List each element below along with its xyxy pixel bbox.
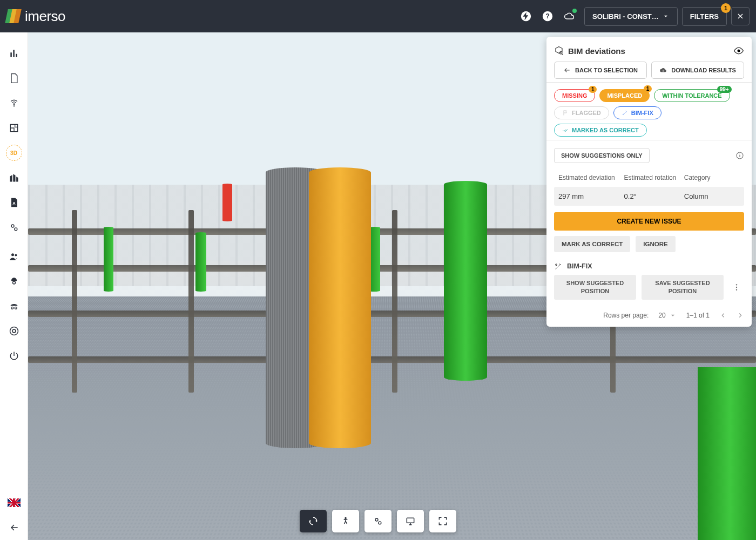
- close-icon: [737, 12, 744, 20]
- svg-point-12: [15, 307, 17, 309]
- table-row[interactable]: 297 mm 0.2° Column: [554, 187, 744, 206]
- app-header: imerso ? SOLIBRI - CONST… FILTERS 1: [0, 0, 756, 32]
- ignore-button[interactable]: IGNORE: [636, 236, 675, 252]
- nav-support[interactable]: [0, 319, 28, 343]
- nav-settings[interactable]: [0, 215, 28, 240]
- present-tool[interactable]: [397, 510, 424, 532]
- svg-point-6: [11, 225, 14, 227]
- arrow-left-icon: [563, 66, 571, 74]
- svg-text:?: ?: [545, 12, 550, 20]
- walk-tool[interactable]: [332, 510, 359, 532]
- page-range: 1–1 of 1: [686, 312, 710, 319]
- svg-point-11: [11, 307, 13, 309]
- col-deviation: Estimated deviation: [558, 174, 620, 181]
- nav-worker[interactable]: [0, 269, 28, 294]
- nav-floorplan[interactable]: [0, 116, 28, 140]
- svg-point-20: [736, 289, 737, 290]
- viewport-toolbar: [300, 510, 456, 532]
- selected-column[interactable]: [309, 167, 371, 448]
- svg-point-14: [12, 329, 16, 333]
- svg-text:A: A: [12, 201, 16, 206]
- info-icon[interactable]: [735, 151, 744, 160]
- show-suggestions-toggle[interactable]: SHOW SUGGESTIONS ONLY: [554, 148, 650, 163]
- filter-marked-correct[interactable]: MARKED AS CORRECT: [554, 124, 647, 137]
- svg-point-16: [738, 50, 740, 52]
- chevron-down-icon: [662, 12, 670, 20]
- results-table: Estimated deviation Estimated rotation C…: [554, 168, 744, 206]
- svg-point-3: [13, 103, 15, 105]
- svg-rect-24: [407, 518, 414, 523]
- svg-point-8: [11, 253, 14, 256]
- filters-button[interactable]: FILTERS 1: [682, 7, 727, 26]
- status-dot: [572, 9, 577, 13]
- nav-analytics[interactable]: [0, 41, 28, 66]
- chevron-left-icon[interactable]: [719, 312, 727, 319]
- save-suggested-button[interactable]: SAVE SUGGESTED POSITION: [642, 275, 724, 300]
- nav-network[interactable]: [0, 91, 28, 116]
- caret-down-icon: [669, 312, 677, 319]
- create-issue-button[interactable]: CREATE NEW ISSUE: [554, 212, 744, 231]
- filter-flagged[interactable]: FLAGGED: [554, 106, 609, 119]
- nav-incognito[interactable]: [0, 294, 28, 319]
- svg-point-19: [736, 287, 737, 288]
- chevron-right-icon[interactable]: [737, 312, 744, 319]
- bolt-icon[interactable]: [515, 5, 537, 27]
- close-button[interactable]: [731, 7, 750, 25]
- nav-users[interactable]: [0, 244, 28, 269]
- left-sidebar: 3D A: [0, 32, 28, 540]
- bim-deviations-panel: BIM deviations BACK TO SELECTION DOWNLOA…: [546, 37, 752, 327]
- flag-uk-icon: [8, 498, 21, 507]
- language-selector[interactable]: [0, 490, 28, 515]
- filter-bimfix[interactable]: BIM-FIX: [613, 106, 662, 119]
- nav-power[interactable]: [0, 343, 28, 368]
- svg-point-7: [14, 228, 17, 231]
- logo-mark-icon: [6, 9, 21, 23]
- download-results-button[interactable]: DOWNLOAD RESULTS: [651, 62, 744, 79]
- orbit-tool[interactable]: [300, 510, 327, 532]
- cloud-download-icon: [659, 66, 667, 74]
- col-rotation: Estimated rotation: [624, 174, 680, 181]
- rows-per-page-select[interactable]: 20: [658, 312, 676, 319]
- panel-title: BIM deviations: [568, 46, 729, 56]
- show-suggested-button[interactable]: SHOW SUGGESTED POSITION: [554, 275, 636, 300]
- app-name: imerso: [25, 8, 65, 25]
- project-selector[interactable]: SOLIBRI - CONST…: [584, 7, 678, 26]
- nav-buildings[interactable]: [0, 165, 28, 190]
- filter-within-tolerance[interactable]: WITHIN TOLERANCE 99+: [654, 89, 730, 102]
- svg-point-10: [12, 281, 15, 284]
- nav-3d-view[interactable]: 3D: [0, 140, 28, 165]
- filter-missing[interactable]: MISSING 1: [554, 89, 595, 102]
- more-actions[interactable]: [729, 283, 744, 292]
- app-logo: imerso: [6, 8, 65, 25]
- wand-icon: [554, 262, 563, 271]
- nav-document[interactable]: [0, 66, 28, 91]
- cloud-status-icon[interactable]: [558, 5, 580, 27]
- kebab-icon: [732, 283, 741, 292]
- help-icon[interactable]: ?: [537, 5, 558, 27]
- rows-per-page-label: Rows per page:: [603, 312, 649, 319]
- flag-icon: [562, 110, 569, 116]
- fullscreen-tool[interactable]: [429, 510, 456, 532]
- table-pager: Rows per page: 20 1–1 of 1: [554, 312, 744, 319]
- double-check-icon: [562, 127, 569, 133]
- svg-point-9: [15, 254, 17, 256]
- mark-as-correct-button[interactable]: MARK AS CORRECT: [554, 236, 630, 252]
- back-to-selection-button[interactable]: BACK TO SELECTION: [554, 62, 647, 79]
- svg-point-22: [375, 518, 378, 521]
- project-name: SOLIBRI - CONST…: [592, 12, 659, 21]
- filters-label: FILTERS: [690, 12, 719, 21]
- visibility-icon[interactable]: [733, 45, 744, 56]
- collapse-sidebar[interactable]: [0, 515, 28, 540]
- wand-icon: [622, 110, 628, 116]
- filter-misplaced[interactable]: MISPLACED 1: [599, 89, 650, 102]
- cube-search-icon: [554, 46, 564, 56]
- filters-badge: 1: [721, 3, 731, 13]
- nav-file-annotated[interactable]: A: [0, 190, 28, 215]
- col-category: Category: [684, 174, 740, 181]
- svg-point-23: [379, 522, 381, 524]
- view-settings[interactable]: [364, 510, 392, 532]
- svg-point-13: [10, 327, 18, 335]
- svg-point-18: [736, 284, 737, 285]
- bimfix-section-label: BIM-FIX: [554, 262, 744, 271]
